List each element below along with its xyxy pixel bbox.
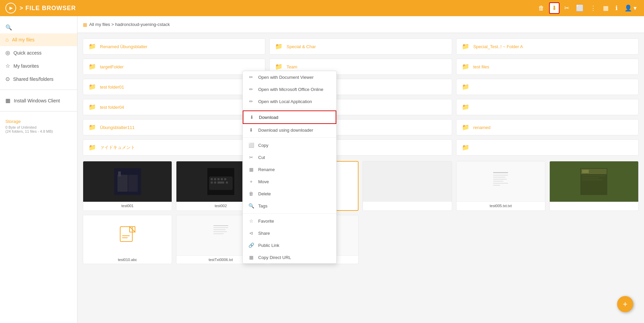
context-menu: ✏ Open with Document Viewer ✏ Open with … — [242, 71, 337, 264]
toolbar: ▦ All my files > hadroncloud-yuening-cst… — [77, 16, 644, 33]
folder-item[interactable]: 📁 Übungsblatter111 — [83, 119, 265, 135]
folder-name: Special_Test..! ~ Folder A — [473, 44, 523, 49]
svg-rect-17 — [493, 175, 508, 175]
svg-rect-6 — [211, 178, 213, 180]
share-icon: ⊲ — [248, 230, 254, 236]
app-header: ▶ > FILE BROWSER 🗑 ⬇ ✂ ⬜ ⋮ ▦ ℹ 👤 ▾ — [0, 0, 644, 16]
folder-item[interactable]: 📁 test folder01 — [83, 79, 265, 95]
search-icon: 🔍 — [5, 24, 12, 31]
storage-info: Storage 0 Byte of Unlimited (24 folders,… — [0, 116, 77, 137]
app-title: > FILE BROWSER — [20, 5, 76, 12]
copy-icon: ⬜ — [248, 142, 254, 148]
folder-item[interactable]: 📁 Special_Test..! ~ Folder A — [456, 38, 639, 55]
context-copy[interactable]: ⬜ Copy — [243, 139, 336, 151]
folder-item[interactable]: 📁 test files — [456, 59, 639, 75]
svg-rect-10 — [224, 178, 226, 180]
file-thumbnail[interactable] — [549, 161, 639, 211]
folder-icon: 📁 — [89, 124, 96, 131]
context-label: Copy Direct URL — [258, 255, 291, 260]
sidebar-item-shared-files[interactable]: ⊙ Shared files/folders — [0, 72, 77, 86]
info-header-button[interactable]: ℹ — [613, 3, 620, 13]
sidebar-divider — [0, 90, 77, 90]
folder-item[interactable]: 📁 test folder04 — [83, 99, 265, 115]
svg-rect-36 — [213, 229, 226, 230]
context-download[interactable]: ⬇ Download — [243, 110, 336, 124]
context-label: Public Link — [258, 243, 279, 248]
context-open-doc-viewer[interactable]: ✏ Open with Document Viewer — [243, 71, 336, 83]
copy-header-button[interactable]: ⬜ — [574, 3, 585, 13]
thumbnail-preview — [550, 161, 638, 202]
search-area[interactable]: 🔍 — [0, 22, 77, 33]
context-label: Move — [258, 179, 269, 184]
favorites-icon: ☆ — [5, 63, 10, 69]
folder-icon: 📁 — [462, 43, 469, 50]
fab-add-button[interactable]: + — [617, 296, 633, 312]
file-thumbnail[interactable]: test005.txt.txt — [456, 161, 545, 211]
context-tags[interactable]: 🔍 Tags — [243, 200, 336, 212]
folder-name: targetFolder — [100, 64, 124, 69]
cut-icon: ✂ — [248, 155, 254, 160]
folder-item[interactable]: 📁 ァイドキュメント — [83, 139, 265, 156]
file-thumbnail[interactable] — [363, 161, 452, 211]
folder-item[interactable]: 📁 targetFolder — [83, 59, 265, 75]
svg-rect-2 — [128, 175, 138, 192]
context-label: Delete — [258, 191, 271, 196]
context-copy-direct-url[interactable]: ▦ Copy Direct URL — [243, 251, 336, 263]
context-download-downloader[interactable]: ⬇ Download using downloader — [243, 124, 336, 136]
folder-item[interactable]: 📁 — [456, 99, 639, 115]
more-header-button[interactable]: ⋮ — [588, 3, 598, 13]
folder-icon: 📁 — [462, 124, 469, 131]
star-icon: ☆ — [248, 218, 254, 224]
context-open-local-app[interactable]: ✏ Open with Local Application — [243, 95, 336, 107]
delete-header-button[interactable]: 🗑 — [536, 3, 546, 13]
folder-icon: 📁 — [89, 83, 96, 91]
file-label: test005.txt.txt — [456, 202, 545, 210]
plus-icon: + — [623, 299, 628, 309]
svg-rect-25 — [582, 170, 589, 173]
shared-icon: ⊙ — [5, 76, 10, 82]
svg-rect-11 — [211, 182, 213, 184]
svg-rect-27 — [582, 177, 599, 178]
context-open-ms-office[interactable]: ✏ Open with Microsoft Office Online — [243, 83, 336, 95]
svg-rect-22 — [493, 185, 500, 186]
context-share[interactable]: ⊲ Share — [243, 227, 336, 239]
download-header-button[interactable]: ⬇ — [549, 2, 560, 14]
quick-access-icon: ◎ — [5, 50, 10, 56]
folder-name: renamed — [473, 125, 490, 130]
svg-rect-35 — [213, 227, 228, 228]
context-favorite[interactable]: ☆ Favorite — [243, 215, 336, 227]
folder-item[interactable]: 📁 renamed — [456, 119, 639, 135]
context-label: Download — [259, 115, 278, 120]
folder-item[interactable]: 📁 Renamed Übungsblatter — [83, 38, 265, 55]
context-label: Open with Microsoft Office Online — [258, 87, 323, 92]
svg-rect-19 — [493, 179, 507, 180]
folder-item[interactable]: 📁 Special & Char — [269, 38, 452, 55]
svg-rect-13 — [217, 182, 224, 184]
folder-icon: 📁 — [462, 103, 469, 111]
sidebar-item-all-my-files[interactable]: ⌂ All my files — [0, 33, 77, 46]
sidebar-item-quick-access[interactable]: ◎ Quick access — [0, 46, 77, 59]
context-label: Copy — [258, 143, 268, 148]
cut-header-button[interactable]: ✂ — [562, 3, 571, 13]
folder-name: test files — [473, 64, 489, 69]
svg-rect-14 — [226, 182, 228, 184]
file-thumbnail[interactable]: test001 — [83, 161, 172, 211]
folder-item[interactable]: 📁 — [456, 79, 639, 95]
context-public-link[interactable]: 🔗 Public Link — [243, 239, 336, 251]
user-header-button[interactable]: 👤 ▾ — [622, 3, 639, 13]
grid-header-button[interactable]: ▦ — [601, 3, 611, 13]
folder-item[interactable]: 📁 — [456, 139, 639, 156]
sidebar-label-my-favorites: My favorites — [13, 63, 39, 69]
context-label: Open with Document Viewer — [258, 75, 314, 80]
context-cut[interactable]: ✂ Cut — [243, 151, 336, 163]
rename-icon: ▦ — [248, 167, 254, 172]
sidebar-item-install-client[interactable]: ▦ Install Windows Client — [0, 94, 77, 107]
context-delete[interactable]: 🗑 Delete — [243, 188, 336, 200]
file-thumbnail[interactable]: test010.abc — [83, 215, 172, 264]
context-rename[interactable]: ▦ Rename — [243, 163, 336, 175]
svg-rect-21 — [493, 183, 508, 184]
sidebar-item-my-favorites[interactable]: ☆ My favorites — [0, 59, 77, 72]
context-move[interactable]: + Move — [243, 175, 336, 188]
storage-usage: 0 Byte of Unlimited — [5, 125, 72, 129]
sidebar: 🔍 ⌂ All my files ◎ Quick access ☆ My fav… — [0, 16, 77, 323]
